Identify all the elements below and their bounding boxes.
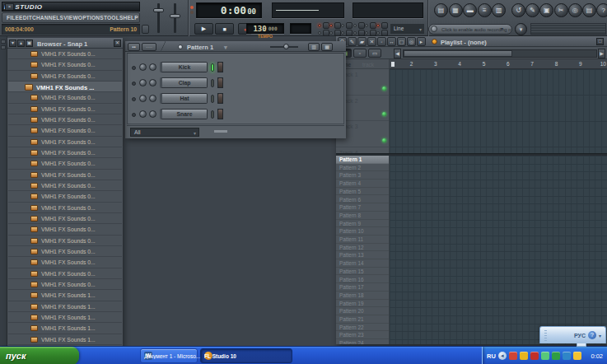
pattern-item[interactable]: Pattern 2 — [336, 164, 390, 172]
pattern-item[interactable]: Pattern 8 — [336, 212, 390, 220]
browser-view-button[interactable]: ▣ — [26, 40, 33, 47]
browser-item[interactable]: VMH1 FX Sounds 0... — [8, 49, 122, 59]
browser-item[interactable]: VMH1 FX Sounds 1... — [8, 290, 122, 301]
channel-mute-led[interactable] — [211, 95, 214, 103]
channel-select-led[interactable] — [132, 82, 136, 86]
browser-up-button[interactable]: ▴ — [17, 40, 25, 47]
pat-mode-led[interactable] — [190, 6, 194, 9]
step-cell[interactable] — [217, 93, 223, 104]
pattern-item[interactable]: Pattern 15 — [336, 268, 390, 276]
browser-item[interactable]: VMH1 FX Sounds 0... — [8, 236, 122, 246]
pattern-item[interactable]: Pattern 19 — [336, 300, 390, 308]
channel-mute-led[interactable] — [211, 79, 214, 87]
pattern-item[interactable]: Pattern 17 — [336, 283, 390, 292]
hint-smiley-button[interactable] — [142, 25, 149, 34]
track-led[interactable] — [382, 86, 386, 91]
pattern-item[interactable]: Pattern 10 — [336, 227, 390, 236]
cut-button[interactable]: ✂ — [554, 3, 568, 17]
playlist-maximize-button[interactable]: □ — [596, 38, 604, 45]
pattern-item[interactable]: Pattern 12 — [336, 244, 390, 252]
browser-window-button[interactable]: ≡ — [478, 3, 492, 17]
pattern-item[interactable]: Pattern 22 — [336, 324, 390, 332]
volume-knob[interactable] — [149, 95, 156, 102]
pan-knob[interactable] — [139, 63, 147, 71]
channel-select-led[interactable] — [132, 66, 136, 70]
channel-mute-led[interactable] — [211, 63, 214, 72]
slip-icon[interactable]: ↔ — [387, 37, 396, 46]
select-icon[interactable]: ▢ — [397, 37, 406, 46]
channel-filter-select[interactable]: All ▾ — [130, 128, 199, 137]
minimize-language-bar-icon[interactable]: ▾ — [599, 333, 601, 338]
menu-edit[interactable]: EDIT — [19, 15, 32, 21]
dock-handle[interactable] — [1, 45, 6, 49]
channel-button-kick[interactable]: Kick — [160, 62, 208, 72]
browser-item[interactable]: VMH1 FX Sounds 0... — [8, 114, 122, 125]
menu-channels[interactable]: CHANNELS — [32, 15, 63, 21]
zoom-button[interactable]: ◎ — [568, 3, 582, 17]
chevron-down-icon[interactable]: ▾ — [224, 44, 227, 51]
browser-item[interactable]: VMH1 FX Sounds 0... — [8, 125, 122, 136]
volume-knob[interactable] — [149, 79, 156, 86]
language-bar[interactable]: РУС ? ▾ — [539, 326, 606, 343]
browser-window[interactable]: ▾ ▴ ▣ Browser - Snap 1 ✕ VMH1 FX Sounds … — [7, 38, 123, 346]
pattern-item[interactable]: Pattern 4 — [336, 180, 390, 188]
channel-rack-title-bar[interactable]: ▪▪ ···· Pattern 1 ▾ ▥ ▦ — [125, 41, 346, 52]
graph-editor-button[interactable]: ▥ — [308, 43, 320, 51]
scroll-right-icon[interactable]: ▶ — [598, 49, 605, 58]
browser-item[interactable]: VMH1 FX Sounds 0... — [8, 104, 122, 114]
browser-item[interactable]: VMH1 FX Sounds 0... — [8, 59, 122, 70]
channel-select-led[interactable] — [132, 97, 136, 101]
security-alert-tray-icon[interactable] — [520, 352, 528, 360]
browser-item[interactable]: VMH1 FX Sounds ... — [8, 82, 122, 92]
browser-item[interactable]: VMH1 FX Sounds 0... — [8, 92, 122, 103]
keyboard-editor-button[interactable]: ▦ — [321, 43, 333, 51]
help-icon[interactable]: ? — [588, 331, 596, 339]
channel-button-hat[interactable]: Hat — [160, 93, 208, 104]
stop-button[interactable]: ■ — [215, 23, 234, 35]
playback-icon[interactable]: ▸ — [417, 37, 426, 46]
pattern-item[interactable]: Pattern 18 — [336, 292, 390, 300]
playlist-title-bar[interactable]: Playlist - (none) □ Ω✎▰✕◦↔▢◎▸ — [336, 36, 607, 47]
messenger-tray-icon[interactable] — [541, 352, 549, 360]
rack-menu-button[interactable]: ▪▪ — [128, 43, 140, 51]
channel-select-led[interactable] — [132, 113, 136, 117]
channel-button-clap[interactable]: Clap — [160, 77, 208, 88]
loop-record-toggle[interactable] — [376, 22, 388, 30]
global-snap-select[interactable]: Line ▾ — [390, 24, 424, 34]
browser-item[interactable]: VMH1 FX Sounds 0... — [8, 170, 122, 180]
task-button-fl-studio[interactable]: FL Studio 10 — [200, 348, 292, 363]
browser-item[interactable]: VMH1 FX Sounds 1... — [8, 334, 122, 345]
pattern-item[interactable]: Pattern 16 — [336, 276, 390, 284]
browser-item[interactable]: VMH1 FX Sounds 0... — [8, 213, 122, 224]
menu-help[interactable]: HELP — [123, 15, 138, 21]
close-button[interactable]: × — [5, 3, 14, 11]
drag-handle-icon[interactable] — [544, 330, 547, 341]
smiley-tray-icon[interactable] — [573, 352, 581, 360]
channel-button-snare[interactable]: Snare — [160, 109, 208, 119]
help-button[interactable]: ? — [596, 3, 607, 17]
browser-item[interactable]: VMH1 FX Sounds 0... — [8, 71, 122, 82]
playlist-ruler[interactable]: 2345678910 — [390, 59, 607, 69]
step-cell[interactable] — [217, 77, 223, 88]
playhead-marker[interactable] — [391, 62, 395, 67]
automation-picker-tab[interactable]: ▭ — [368, 49, 381, 58]
browser-item[interactable]: VMH1 FX Sounds 0... — [8, 158, 122, 169]
typing-keyboard-toggle[interactable] — [318, 22, 329, 30]
hide-tray-icons-icon[interactable]: ◂ — [498, 352, 507, 360]
menu-options[interactable]: OPTIONS — [78, 15, 104, 21]
status-tray-icon[interactable] — [552, 352, 560, 360]
playlist-hscrollbar[interactable] — [403, 49, 597, 58]
pattern-item[interactable]: Pattern 23 — [336, 331, 390, 339]
zoom-icon[interactable]: ◎ — [407, 37, 416, 46]
pan-knob[interactable] — [139, 79, 147, 86]
step-cell[interactable] — [217, 62, 223, 72]
delete-icon[interactable]: ✕ — [367, 37, 376, 46]
task-button-word[interactable]: WДокумент 1 - Microso... — [140, 348, 198, 363]
multilink-toggle[interactable] — [318, 30, 329, 37]
pattern-item[interactable]: Pattern 14 — [336, 259, 390, 268]
channel-mute-led[interactable] — [211, 110, 214, 119]
browser-item[interactable]: VMH1 FX Sounds 1... — [8, 323, 122, 334]
left-dock-strip[interactable] — [0, 36, 7, 346]
piano-roll-window-button[interactable]: ▬ — [463, 3, 477, 17]
menu-view[interactable]: VIEW — [63, 15, 78, 21]
